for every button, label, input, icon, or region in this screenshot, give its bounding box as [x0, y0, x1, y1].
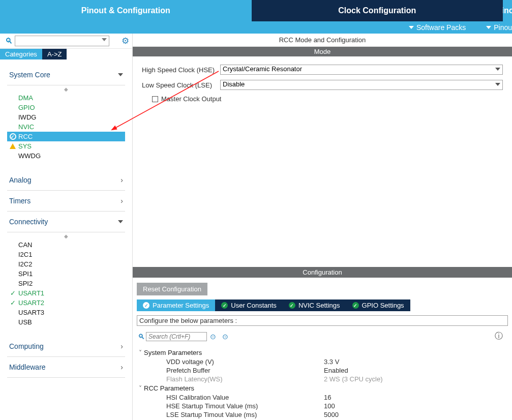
sidebar-item-spi1[interactable]: SPI1	[7, 269, 125, 279]
check-circle-icon: ✓	[221, 302, 228, 309]
param-row-lse-timeout[interactable]: LSE Startup Timout Value (ms)5000	[139, 410, 506, 419]
info-icon[interactable]: ⓘ	[495, 331, 503, 342]
sidebar-item-label: USB	[18, 318, 32, 326]
tab-proj-label: Pinou	[503, 6, 512, 15]
category-timers[interactable]: Timers ›	[7, 191, 125, 212]
sidebar-item-label: SYS	[18, 142, 32, 150]
chevron-right-icon: ›	[121, 342, 123, 350]
param-value: 16	[324, 394, 331, 401]
sidebar-item-i2c1[interactable]: I2C1	[7, 250, 125, 259]
param-search-input[interactable]	[146, 332, 207, 341]
config-hint: Configure the below parameters :	[137, 315, 508, 326]
param-value: 3.3 V	[324, 358, 339, 366]
category-middleware[interactable]: Middleware ›	[7, 357, 125, 378]
tab-a-to-z[interactable]: A->Z	[42, 49, 67, 59]
sidebar-item-label: NVIC	[18, 123, 34, 131]
dropdown-pinout[interactable]: Pinou	[486, 23, 512, 32]
sidebar-item-label: USART3	[18, 309, 44, 316]
panel-title: RCC Mode and Configuration	[133, 34, 512, 47]
chevron-down-icon	[486, 26, 491, 29]
tab-label: User Constants	[231, 302, 277, 309]
category-connectivity[interactable]: Connectivity	[7, 212, 125, 232]
category-analog[interactable]: Analog ›	[7, 170, 125, 191]
category-computing[interactable]: Computing ›	[7, 336, 125, 357]
sidebar-item-label: SPI2	[18, 280, 33, 287]
sidebar-item-iwdg[interactable]: IWDG	[7, 112, 125, 122]
mode-header: Mode	[133, 47, 512, 56]
sidebar-item-label: I2C2	[18, 260, 32, 268]
sidebar-item-dma[interactable]: DMA	[7, 93, 125, 103]
param-value: 5000	[324, 411, 339, 418]
left-sidebar: 🔍︎ ⚙ Categories A->Z System Core ◆ DMA G…	[0, 34, 133, 420]
tab-categories[interactable]: Categories	[0, 49, 42, 59]
tab-categories-label: Categories	[5, 50, 37, 58]
sidebar-item-label: USART2	[18, 299, 44, 307]
category-label: System Core	[9, 71, 50, 79]
param-cat-system[interactable]: ˅System Parameters	[139, 348, 506, 357]
lse-select[interactable]: Disable	[220, 80, 503, 90]
sidebar-item-nvic[interactable]: NVIC	[7, 122, 125, 132]
sidebar-item-usart2[interactable]: ✓USART2	[7, 298, 125, 308]
tab-clock-config[interactable]: Clock Configuration	[252, 0, 503, 21]
sidebar-item-rcc[interactable]: ✓RCC	[7, 132, 125, 141]
dropdown-pinout-label: Pinou	[494, 23, 512, 32]
param-row-hse-timeout[interactable]: HSE Startup Timout Value (ms)100	[139, 402, 506, 410]
sort-handle-icon[interactable]: ◆	[7, 232, 125, 240]
search-input[interactable]	[15, 36, 109, 46]
chevron-down-icon: ˅	[139, 385, 142, 392]
sidebar-item-usb[interactable]: USB	[7, 317, 125, 327]
sidebar-item-i2c2[interactable]: I2C2	[7, 259, 125, 269]
sidebar-item-label: USART1	[18, 289, 44, 297]
tab-gpio-settings[interactable]: ✓GPIO Settings	[346, 299, 410, 311]
param-row-hsi-cal[interactable]: HSI Calibration Value16	[139, 393, 506, 402]
config-panel: RCC Mode and Configuration Mode High Spe…	[133, 34, 512, 420]
mco-checkbox[interactable]	[152, 96, 158, 102]
lse-value: Disable	[223, 80, 245, 88]
chevron-right-icon: ›	[121, 197, 123, 205]
tab-project-manager[interactable]: Pinou	[503, 0, 512, 21]
check-circle-icon: ✓	[289, 302, 295, 309]
category-label: Timers	[9, 197, 31, 205]
param-row-vdd[interactable]: VDD voltage (V)3.3 V	[139, 357, 506, 366]
tab-label: Parameter Settings	[153, 302, 209, 309]
hse-select[interactable]: Crystal/Ceramic Resonator	[220, 65, 503, 75]
sidebar-item-label: WWDG	[18, 152, 41, 160]
category-label: Middleware	[9, 363, 46, 371]
sidebar-item-usart1[interactable]: ✓USART1	[7, 288, 125, 298]
dropdown-software-label: Software Packs	[416, 23, 466, 32]
param-row-prefetch[interactable]: Prefetch BufferEnabled	[139, 366, 506, 375]
tab-label: GPIO Settings	[362, 302, 404, 309]
check-circle-icon: ✓	[352, 302, 359, 309]
sidebar-item-sys[interactable]: SYS	[7, 141, 125, 151]
reset-config-button[interactable]: Reset Configuration	[137, 283, 207, 295]
category-system-core[interactable]: System Core	[7, 65, 125, 85]
gear-icon[interactable]: ⚙	[122, 36, 129, 46]
category-label: Computing	[9, 342, 44, 350]
search-icon: 🔍︎	[138, 333, 145, 341]
tab-label: NVIC Settings	[298, 302, 340, 309]
sidebar-item-gpio[interactable]: GPIO	[7, 103, 125, 112]
check-icon: ✓	[9, 289, 16, 297]
check-circle-icon: ✓	[143, 302, 149, 309]
sidebar-item-wwdg[interactable]: WWDG	[7, 151, 125, 161]
sidebar-item-usart3[interactable]: USART3	[7, 308, 125, 317]
prev-icon[interactable]: ⊙	[210, 333, 216, 341]
tab-clock-label: Clock Configuration	[338, 6, 416, 15]
param-row-flash-latency: Flash Latency(WS)2 WS (3 CPU cycle)	[139, 375, 506, 383]
param-name: LSE Startup Timout Value (ms)	[166, 411, 324, 418]
tab-pinout-config[interactable]: Pinout & Configuration	[0, 0, 252, 21]
category-label: Connectivity	[9, 218, 48, 226]
param-cat-rcc[interactable]: ˅RCC Parameters	[139, 383, 506, 393]
chevron-down-icon	[118, 73, 123, 76]
lse-label: Low Speed Clock (LSE)	[142, 81, 220, 89]
sort-handle-icon[interactable]: ◆	[7, 85, 125, 93]
param-name: Flash Latency(WS)	[166, 375, 324, 383]
tab-nvic-settings[interactable]: ✓NVIC Settings	[283, 299, 346, 311]
tab-parameter-settings[interactable]: ✓Parameter Settings	[137, 299, 215, 311]
tab-user-constants[interactable]: ✓User Constants	[215, 299, 283, 311]
sidebar-item-can[interactable]: CAN	[7, 240, 125, 250]
sidebar-item-spi2[interactable]: SPI2	[7, 279, 125, 288]
dropdown-software-packs[interactable]: Software Packs	[409, 23, 466, 32]
sidebar-item-label: I2C1	[18, 251, 32, 258]
next-icon[interactable]: ⊙	[222, 333, 228, 341]
